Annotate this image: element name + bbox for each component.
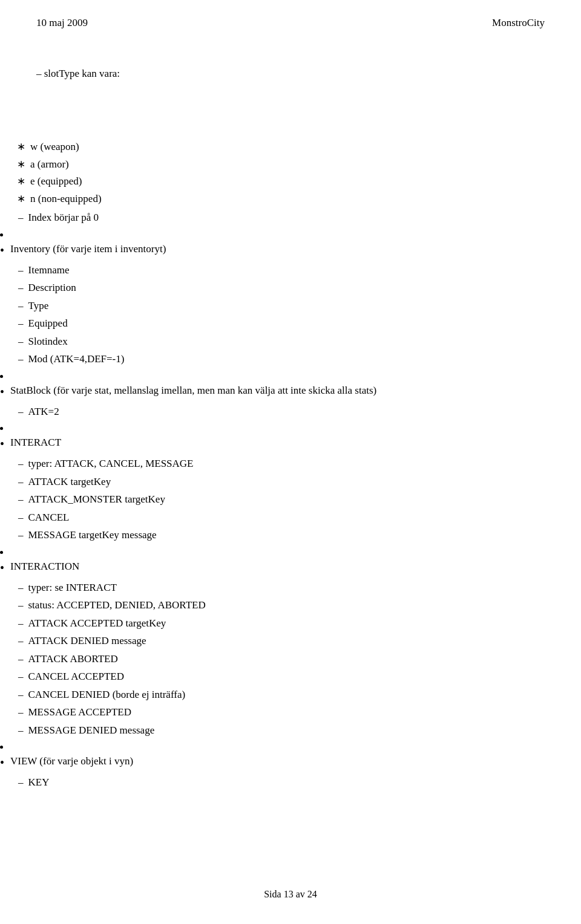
star-icon: ∗: [17, 157, 25, 172]
statblock-bullet: • StatBlock (för varje stat, mellanslag …: [0, 383, 581, 400]
page-header: 10 maj 2009 MonstroCity: [0, 0, 581, 41]
dash-icon: –: [18, 316, 24, 331]
bullet-icon: •: [0, 435, 4, 452]
slottype-subitems: ∗ w (weapon) ∗ a (armor) ∗ e (equipped) …: [0, 139, 581, 206]
star-item-equipped: ∗ e (equipped): [17, 174, 581, 189]
interact-bullet: • INTERACT: [0, 435, 581, 452]
statblock-label: StatBlock (för varje stat, mellanslag im…: [10, 383, 376, 399]
main-list: – slotType kan vara:: [36, 68, 545, 80]
bullet-icon: •: [0, 754, 4, 771]
item-equipped: – Equipped: [18, 316, 581, 331]
dash-icon: –: [18, 723, 24, 738]
item-message-denied: – MESSAGE DENIED message: [18, 723, 581, 738]
bullet-icon: •: [0, 242, 4, 259]
interaction-subitems: – typer: se INTERACT – status: ACCEPTED,…: [0, 580, 581, 738]
dash-icon: –: [18, 262, 24, 278]
dash-icon: –: [18, 298, 24, 314]
dash-icon: –: [18, 280, 24, 296]
dash-icon: –: [18, 704, 24, 720]
header-title: MonstroCity: [492, 17, 545, 29]
star-item-non-equipped: ∗ n (non-equipped): [17, 191, 581, 207]
item-attack-accepted: – ATTACK ACCEPTED targetKey: [18, 616, 581, 631]
item-attack-monster: – ATTACK_MONSTER targetKey: [18, 492, 581, 507]
view-bullet: • VIEW (för varje objekt i vyn): [0, 753, 581, 771]
star-icon: ∗: [17, 174, 25, 189]
star-item-armor: ∗ a (armor): [17, 157, 581, 172]
dash-icon: –: [18, 210, 24, 226]
item-typer-interact: – typer: ATTACK, CANCEL, MESSAGE: [18, 456, 581, 472]
item-mod: – Mod (ATK=4,DEF=-1): [18, 351, 581, 367]
dash-icon: –: [18, 580, 24, 596]
interaction-bullet: • INTERACTION: [0, 559, 581, 576]
list-item-statblock: • StatBlock (för varje stat, mellanslag …: [0, 371, 581, 420]
list-item-interaction: • INTERACTION – typer: se INTERACT – sta…: [0, 547, 581, 738]
statblock-subitems: – ATK=2: [0, 404, 581, 420]
dash-icon: –: [18, 633, 24, 649]
item-key: – KEY: [18, 775, 581, 790]
dash-icon: –: [18, 334, 24, 350]
dash-icon: –: [18, 687, 24, 703]
item-type: – Type: [18, 298, 581, 314]
star-icon: ∗: [17, 191, 25, 207]
dash-icon: –: [18, 510, 24, 525]
interact-subitems: – typer: ATTACK, CANCEL, MESSAGE – ATTAC…: [0, 456, 581, 543]
item-slotindex: – Slotindex: [18, 334, 581, 350]
list-item-view: • VIEW (för varje objekt i vyn) – KEY: [0, 741, 581, 790]
dash-icon: –: [18, 651, 24, 667]
header-date: 10 maj 2009: [36, 17, 88, 29]
index-item: – Index börjar på 0: [18, 210, 581, 226]
list-item-interact: • INTERACT – typer: ATTACK, CANCEL, MESS…: [0, 423, 581, 543]
view-subitems: – KEY: [0, 775, 581, 790]
dash-icon: –: [36, 68, 42, 79]
dash-icon: –: [18, 404, 24, 420]
item-description: – Description: [18, 280, 581, 296]
dash-icon: –: [18, 492, 24, 507]
dash-icon: –: [18, 616, 24, 631]
item-itemname: – Itemname: [18, 262, 581, 278]
inventory-subitems: – Itemname – Description – Type – Equipp…: [0, 262, 581, 367]
dash-icon: –: [18, 669, 24, 685]
item-cancel-accepted: – CANCEL ACCEPTED: [18, 669, 581, 685]
slottype-dash-list: – Index börjar på 0: [0, 210, 581, 226]
item-attack-denied: – ATTACK DENIED message: [18, 633, 581, 649]
slottype-intro: – slotType kan vara:: [36, 68, 545, 80]
inventory-bullet: • Inventory (för varje item i inventoryt…: [0, 241, 581, 259]
dash-icon: –: [18, 456, 24, 472]
page-footer: Sida 13 av 24: [0, 889, 581, 900]
dash-icon: –: [18, 527, 24, 543]
dash-icon: –: [18, 597, 24, 613]
list-item-inventory: • Inventory (för varje item i inventoryt…: [0, 229, 581, 367]
star-item-weapon: ∗ w (weapon): [17, 139, 581, 155]
view-label: VIEW (för varje objekt i vyn): [10, 753, 133, 769]
item-cancel: – CANCEL: [18, 510, 581, 525]
item-message-accepted: – MESSAGE ACCEPTED: [18, 704, 581, 720]
item-attack-targetkey: – ATTACK targetKey: [18, 474, 581, 490]
item-cancel-denied: – CANCEL DENIED (borde ej inträffa): [18, 687, 581, 703]
item-attack-aborted: – ATTACK ABORTED: [18, 651, 581, 667]
page-content: – slotType kan vara:: [0, 41, 581, 137]
star-icon: ∗: [17, 139, 25, 155]
item-atk2: – ATK=2: [18, 404, 581, 420]
item-message-targetkey: – MESSAGE targetKey message: [18, 527, 581, 543]
interaction-label: INTERACTION: [10, 559, 79, 574]
dash-icon: –: [18, 775, 24, 790]
dash-icon: –: [18, 351, 24, 367]
item-typer-se: – typer: se INTERACT: [18, 580, 581, 596]
footer-text: Sida 13 av 24: [264, 889, 317, 899]
bullet-icon: •: [0, 559, 4, 576]
item-status: – status: ACCEPTED, DENIED, ABORTED: [18, 597, 581, 613]
bullet-icon: •: [0, 383, 4, 400]
inventory-label: Inventory (för varje item i inventoryt): [10, 241, 166, 257]
dash-icon: –: [18, 474, 24, 490]
interact-label: INTERACT: [10, 435, 61, 451]
